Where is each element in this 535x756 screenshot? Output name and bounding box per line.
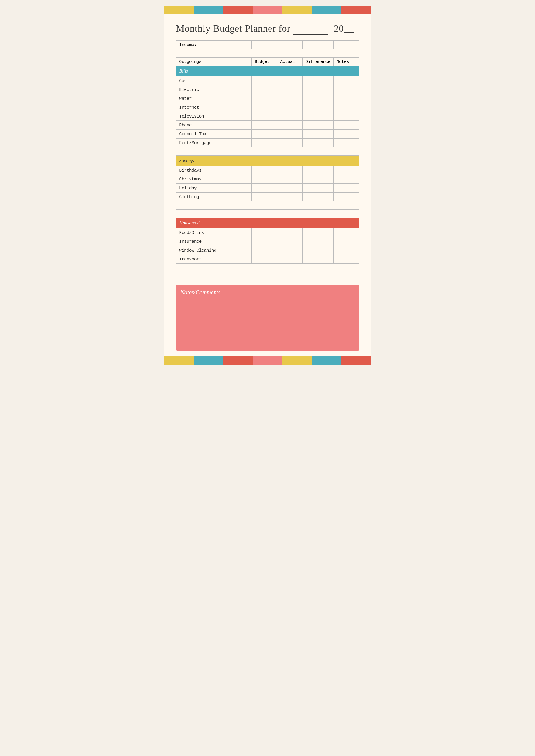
outgoings-label: Outgoings [176,58,252,66]
electric-notes[interactable] [333,85,359,94]
christmas-row: Christmas [176,175,359,184]
bills-empty-row [176,147,359,156]
window-cleaning-actual[interactable] [277,246,302,255]
income-actual[interactable] [277,41,302,49]
household-section-header: Household [176,218,359,228]
bar-segment-3 [223,6,253,14]
window-cleaning-diff[interactable] [302,246,333,255]
window-cleaning-notes[interactable] [333,246,359,255]
holiday-actual[interactable] [277,184,302,193]
gas-budget[interactable] [252,76,277,85]
water-budget[interactable] [252,94,277,103]
council-tax-actual[interactable] [277,130,302,138]
internet-actual[interactable] [277,103,302,112]
household-label: Household [176,218,359,228]
birthdays-budget[interactable] [252,166,277,175]
birthdays-notes[interactable] [333,166,359,175]
difference-col-header: Difference [302,58,333,66]
title-line[interactable] [293,23,328,35]
transport-diff[interactable] [302,255,333,264]
birthdays-actual[interactable] [277,166,302,175]
birthdays-diff[interactable] [302,166,333,175]
holiday-label: Holiday [176,184,252,193]
christmas-budget[interactable] [252,175,277,184]
television-diff[interactable] [302,112,333,121]
bottom-bar-segment-7 [341,356,371,365]
bar-segment-1 [164,6,194,14]
food-drink-budget[interactable] [252,228,277,237]
transport-notes[interactable] [333,255,359,264]
income-budget[interactable] [252,41,277,49]
christmas-actual[interactable] [277,175,302,184]
holiday-notes[interactable] [333,184,359,193]
insurance-actual[interactable] [277,237,302,246]
water-actual[interactable] [277,94,302,103]
insurance-label: Insurance [176,237,252,246]
rent-mortgage-budget[interactable] [252,138,277,147]
electric-label: Electric [176,85,252,94]
clothing-label: Clothing [176,193,252,201]
insurance-budget[interactable] [252,237,277,246]
holiday-row: Holiday [176,184,359,193]
food-drink-notes[interactable] [333,228,359,237]
christmas-diff[interactable] [302,175,333,184]
internet-budget[interactable] [252,103,277,112]
television-label: Television [176,112,252,121]
savings-label: Savings [176,156,359,166]
transport-budget[interactable] [252,255,277,264]
phone-budget[interactable] [252,121,277,130]
clothing-budget[interactable] [252,193,277,201]
savings-empty-row-2 [176,210,359,218]
internet-diff[interactable] [302,103,333,112]
clothing-diff[interactable] [302,193,333,201]
insurance-diff[interactable] [302,237,333,246]
top-color-bar [164,6,371,14]
bills-section-header: Bills [176,66,359,76]
clothing-notes[interactable] [333,193,359,201]
bar-segment-4 [253,6,282,14]
food-drink-actual[interactable] [277,228,302,237]
gas-diff[interactable] [302,76,333,85]
electric-diff[interactable] [302,85,333,94]
television-budget[interactable] [252,112,277,121]
council-tax-budget[interactable] [252,130,277,138]
household-empty-row-1 [176,264,359,272]
council-tax-notes[interactable] [333,130,359,138]
christmas-notes[interactable] [333,175,359,184]
transport-label: Transport [176,255,252,264]
rent-mortgage-notes[interactable] [333,138,359,147]
gas-notes[interactable] [333,76,359,85]
holiday-diff[interactable] [302,184,333,193]
water-diff[interactable] [302,94,333,103]
internet-notes[interactable] [333,103,359,112]
rent-mortgage-actual[interactable] [277,138,302,147]
insurance-notes[interactable] [333,237,359,246]
phone-actual[interactable] [277,121,302,130]
electric-budget[interactable] [252,85,277,94]
transport-actual[interactable] [277,255,302,264]
clothing-row: Clothing [176,193,359,201]
income-notes[interactable] [333,41,359,49]
income-diff[interactable] [302,41,333,49]
television-actual[interactable] [277,112,302,121]
phone-diff[interactable] [302,121,333,130]
notes-content-area[interactable] [181,299,355,346]
page: Monthly Budget Planner for 20__ Income: … [164,6,371,365]
electric-actual[interactable] [277,85,302,94]
clothing-actual[interactable] [277,193,302,201]
window-cleaning-budget[interactable] [252,246,277,255]
rent-mortgage-diff[interactable] [302,138,333,147]
holiday-budget[interactable] [252,184,277,193]
council-tax-diff[interactable] [302,130,333,138]
water-notes[interactable] [333,94,359,103]
budget-col-header: Budget [252,58,277,66]
food-drink-diff[interactable] [302,228,333,237]
bottom-color-bar [164,356,371,365]
water-label: Water [176,94,252,103]
phone-notes[interactable] [333,121,359,130]
television-notes[interactable] [333,112,359,121]
actual-col-header: Actual [277,58,302,66]
rent-mortgage-label: Rent/Mortgage [176,138,252,147]
bills-label: Bills [176,66,359,76]
gas-actual[interactable] [277,76,302,85]
